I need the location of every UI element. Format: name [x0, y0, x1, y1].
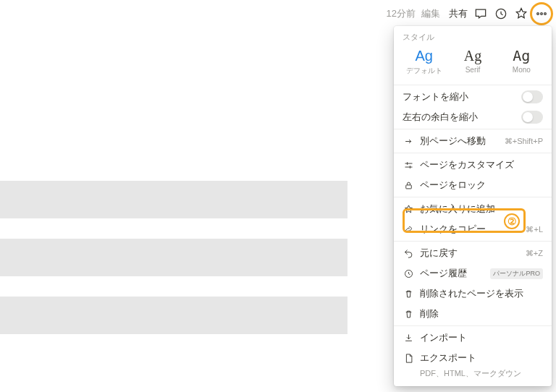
divider	[394, 129, 552, 129]
delete-item[interactable]: 削除	[394, 304, 552, 324]
import-item[interactable]: インポート	[394, 328, 552, 348]
annotation-2: ②	[504, 213, 520, 229]
content-block	[0, 297, 348, 334]
download-icon	[403, 333, 414, 344]
show-deleted-item[interactable]: 削除されたページを表示	[394, 284, 552, 304]
full-width-label: 左右の余白を縮小	[403, 111, 478, 124]
export-item[interactable]: エクスポート	[394, 348, 552, 368]
undo-item[interactable]: 元に戻す ⌘+Z	[394, 243, 552, 263]
star-icon	[403, 204, 414, 215]
lock-page-item[interactable]: ページをロック	[394, 175, 552, 195]
comments-icon[interactable]	[473, 7, 488, 21]
export-sub: PDF、HTML、マークダウン	[394, 368, 552, 382]
more-button[interactable]	[534, 7, 549, 21]
svg-point-1	[537, 13, 539, 15]
small-text-toggle[interactable]	[521, 90, 543, 103]
style-header: スタイル	[394, 26, 552, 46]
share-button[interactable]: 共有	[449, 7, 468, 20]
small-text-label: フォントを縮小	[403, 90, 468, 103]
svg-rect-4	[405, 184, 411, 188]
edited-label: 編集	[421, 7, 440, 20]
add-favorites-item[interactable]: お気に入りに追加	[394, 199, 552, 219]
link-icon	[403, 224, 414, 235]
arrow-right-icon	[403, 136, 414, 147]
divider	[394, 241, 552, 242]
svg-point-3	[544, 13, 547, 15]
pro-badge: パーソナルPRO	[490, 268, 543, 279]
font-mono[interactable]: Ag Mono	[500, 48, 543, 76]
copy-link-item[interactable]: リンクをコピー ⌘+L	[394, 219, 552, 239]
page-content-placeholder	[0, 181, 348, 354]
file-icon	[403, 353, 414, 364]
customize-page-item[interactable]: ページをカスタマイズ	[394, 155, 552, 175]
page-options-menu: スタイル Ag デフォルト Ag Serif Ag Mono フォントを縮小 左…	[394, 26, 552, 386]
trash-restore-icon	[403, 289, 414, 299]
font-default[interactable]: Ag デフォルト	[403, 48, 446, 76]
full-width-toggle[interactable]	[521, 111, 543, 124]
lock-icon	[403, 180, 414, 191]
divider	[394, 153, 552, 153]
divider	[394, 85, 552, 85]
font-serif[interactable]: Ag Serif	[451, 48, 494, 76]
updates-icon[interactable]	[494, 7, 508, 21]
full-width-toggle-row: 左右の余白を縮小	[394, 107, 552, 127]
small-text-toggle-row: フォントを縮小	[394, 87, 552, 107]
last-edited-time: 12分前	[387, 7, 416, 20]
move-to-item[interactable]: 別ページへ移動 ⌘+Shift+P	[394, 131, 552, 151]
page-history-item[interactable]: ページ履歴 パーソナルPRO	[394, 263, 552, 284]
content-block	[0, 181, 348, 218]
svg-point-2	[541, 13, 543, 15]
favorite-icon[interactable]	[514, 7, 528, 21]
divider	[394, 197, 552, 197]
undo-icon	[403, 248, 414, 259]
topbar: 12分前 編集 共有	[379, 0, 556, 27]
font-options: Ag デフォルト Ag Serif Ag Mono	[394, 46, 552, 83]
history-icon	[403, 268, 414, 279]
sliders-icon	[403, 160, 414, 171]
trash-icon	[403, 309, 414, 320]
divider	[394, 325, 552, 326]
content-block	[0, 239, 348, 276]
